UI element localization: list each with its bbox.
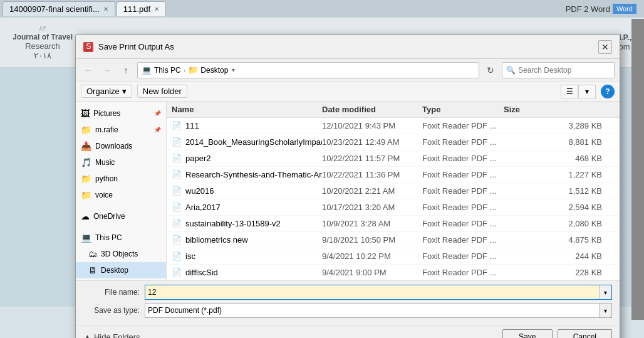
sidebar-item-desktop[interactable]: 🖥 Desktop [76,262,166,278]
col-name-header[interactable]: Name [172,105,322,114]
file-row-0[interactable]: 📄111 12/10/2021 9:43 PM Foxit Reader PDF… [167,118,620,134]
file-row-3[interactable]: 📄Research-Synthesis-and-Thematic-Analy..… [167,167,620,183]
organize-label: Organize [86,87,120,96]
savetype-row: Save as type: PDF Document (*.pdf) ▾ [83,303,612,318]
dialog-close-button[interactable]: ✕ [598,40,612,54]
filename-field-wrap: ▾ [145,285,612,300]
sidebar-item-mrafie[interactable]: 📁 m.rafie 📌 [76,122,166,138]
sidebar-item-music[interactable]: 🎵 Music [76,154,166,171]
filename-input[interactable] [145,287,599,298]
onedrive-label: OneDrive [93,212,161,221]
file-size-0: 3,289 KB [504,121,615,130]
pin-icon-pictures: 📌 [154,110,161,117]
tab-0-close[interactable]: ✕ [103,6,108,13]
file-name-3: Research-Synthesis-and-Thematic-Analy... [185,170,322,179]
tab-0-label: 14000907-final scientifi... [9,4,100,14]
nav-forward-button[interactable]: → [100,63,115,78]
file-row-8[interactable]: 📄isc 9/4/2021 10:22 PM Foxit Reader PDF … [167,248,620,265]
new-folder-button[interactable]: New folder [137,85,187,98]
tab-1[interactable]: 111.pdf ✕ [117,1,166,16]
file-row-9[interactable]: 📄difflscSid 9/4/2021 9:00 PM Foxit Reade… [167,265,620,280]
file-modified-1: 10/23/2021 12:49 AM [322,137,422,147]
sidebar-item-3dobjects[interactable]: 🗂 3D Objects [76,246,166,262]
desktop-icon: 🖥 [88,265,97,275]
dialog-titlebar: S Save Print Output As ✕ [76,35,620,59]
file-icon-4: 📄 [172,186,182,196]
file-type-2: Foxit Reader PDF ... [422,154,504,163]
file-row-7[interactable]: 📄bibliometrics new 9/18/2021 10:50 PM Fo… [167,232,620,248]
cancel-button[interactable]: Cancel [558,329,612,338]
file-name-8: isc [185,251,195,261]
search-icon: 🔍 [506,66,516,75]
breadcrumb-this-pc[interactable]: This PC [154,66,181,75]
file-row-2[interactable]: 📄paper2 10/22/2021 11:57 PM Foxit Reader… [167,151,620,167]
file-name-7: bibliometrics new [185,235,248,245]
tab-1-close[interactable]: ✕ [154,6,159,13]
hide-folders-button[interactable]: ▲ Hide Folders [83,332,140,339]
onedrive-icon: ☁ [81,211,90,221]
file-list-header: Name Date modified Type Size [167,102,620,118]
pin-icon-mrafie: 📌 [154,127,161,133]
col-size-header[interactable]: Size [504,105,615,114]
filename-dropdown-button[interactable]: ▾ [599,285,611,299]
organize-button[interactable]: Organize ▾ [81,85,132,98]
file-size-3: 1,227 KB [504,170,615,179]
sidebar-item-pictures[interactable]: 🖼 Pictures 📌 [76,105,166,122]
search-input[interactable] [518,66,606,75]
view-list-button[interactable]: ☰ [561,85,578,98]
file-type-5: Foxit Reader PDF ... [422,203,504,212]
sidebar-item-onedrive[interactable]: ☁ OneDrive [76,208,166,224]
main-area: 🖼 Pictures 📌 📁 m.rafie 📌 📥 Downloads 🎵 M… [76,102,620,280]
file-row-1[interactable]: 📄2014_Book_MeasuringScholarlyImpact 10/2… [167,134,620,151]
thispc-label: This PC [95,233,161,242]
sidebar-item-thispc[interactable]: 💻 This PC [76,230,166,246]
savetype-select[interactable]: PDF Document (*.pdf) [145,305,599,316]
word-badge: Word [613,4,636,14]
sidebar-item-voice[interactable]: 📁 voice [76,187,166,203]
tab-0[interactable]: 14000907-final scientifi... ✕ [3,1,115,16]
file-name-9: difflscSid [185,268,218,277]
savetype-dropdown-arrow: ▾ [599,304,611,317]
voice-icon: 📁 [81,190,91,200]
desktop-folder-icon: 📁 [188,65,198,75]
search-box: 🔍 [502,62,615,78]
file-row-5[interactable]: 📄Aria,2017 10/17/2021 3:20 AM Foxit Read… [167,199,620,216]
sidebar-item-python[interactable]: 📁 python [76,171,166,187]
tab-1-label: 111.pdf [123,4,150,14]
file-modified-4: 10/20/2021 2:21 AM [322,186,422,196]
nav-up-button[interactable]: ↑ [118,63,133,78]
help-button[interactable]: ? [601,85,615,98]
file-icon-9: 📄 [172,268,182,277]
python-label: python [95,174,161,183]
breadcrumb-dropdown-arrow[interactable]: ▾ [232,66,235,73]
nav-bar: ← → ↑ 💻 This PC › 📁 Desktop ▾ ↻ 🔍 [76,59,620,82]
file-name-1: 2014_Book_MeasuringScholarlyImpact [185,137,322,147]
file-modified-7: 9/18/2021 10:50 PM [322,235,422,245]
file-size-1: 8,881 KB [504,137,615,147]
file-name-4: wu2016 [185,186,214,196]
sidebar-item-downloads[interactable]: 📥 Downloads [76,138,166,154]
mrafie-label: m.rafie [95,125,150,134]
breadcrumb-desktop[interactable]: Desktop [200,66,228,75]
nav-back-button[interactable]: ← [81,63,96,78]
action-buttons: Save Cancel [502,329,612,338]
file-name-5: Aria,2017 [185,203,221,212]
save-button[interactable]: Save [502,329,553,338]
col-type-header[interactable]: Type [422,105,504,114]
file-icon-3: 📄 [172,170,182,179]
file-row-6[interactable]: 📄sustainability-13-01589-v2 10/9/2021 3:… [167,216,620,232]
savetype-label: Save as type: [83,306,140,315]
voice-label: voice [95,191,161,199]
view-dropdown-button[interactable]: ▾ [578,85,596,98]
file-type-1: Foxit Reader PDF ... [422,137,504,147]
col-modified-header[interactable]: Date modified [322,105,422,114]
thispc-icon: 💻 [81,233,91,243]
file-type-3: Foxit Reader PDF ... [422,170,504,179]
file-modified-6: 10/9/2021 3:28 AM [322,219,422,228]
file-modified-9: 9/4/2021 9:00 PM [322,268,422,277]
file-row-4[interactable]: 📄wu2016 10/20/2021 2:21 AM Foxit Reader … [167,183,620,199]
file-modified-0: 12/10/2021 9:43 PM [322,121,422,130]
file-type-9: Foxit Reader PDF ... [422,268,504,277]
file-icon-7: 📄 [172,235,182,245]
refresh-button[interactable]: ↻ [483,63,498,78]
